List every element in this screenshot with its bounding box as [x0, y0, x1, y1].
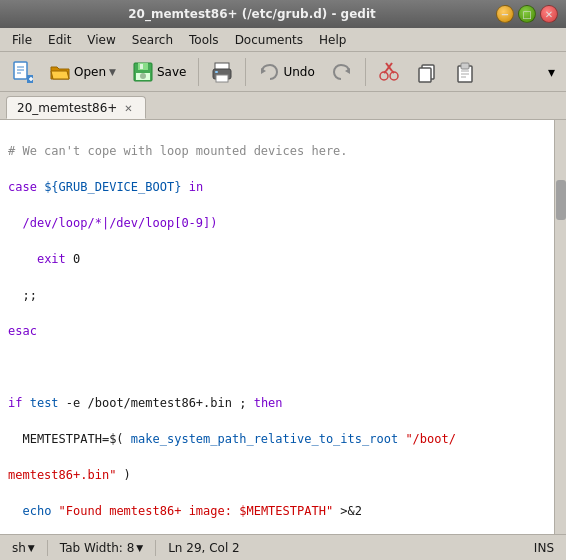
toolbar-more-button[interactable]: ▾ [541, 60, 562, 84]
new-icon [11, 61, 33, 83]
copy-icon [416, 61, 438, 83]
insert-mode: INS [530, 541, 558, 555]
menu-tools[interactable]: Tools [181, 31, 227, 49]
copy-button[interactable] [409, 57, 445, 87]
paste-button[interactable] [447, 57, 483, 87]
save-label: Save [157, 65, 186, 79]
maximize-button[interactable]: □ [518, 5, 536, 23]
menu-edit[interactable]: Edit [40, 31, 79, 49]
svg-rect-25 [419, 68, 431, 82]
save-icon [132, 61, 154, 83]
tab-label: 20_memtest86+ [17, 101, 117, 115]
close-button[interactable]: ✕ [540, 5, 558, 23]
tab-width-label: Tab Width: 8 [60, 541, 134, 555]
window-title: 20_memtest86+ (/etc/grub.d) - gedit [8, 7, 496, 21]
menu-documents[interactable]: Documents [227, 31, 311, 49]
language-dropdown-arrow[interactable]: ▼ [28, 543, 35, 553]
toolbar: Open ▼ Save [0, 52, 566, 92]
svg-rect-27 [461, 63, 469, 69]
svg-point-11 [140, 73, 146, 79]
position-label: Ln 29, Col 2 [168, 541, 240, 555]
menu-file[interactable]: File [4, 31, 40, 49]
print-icon [211, 61, 233, 83]
tab-memtest[interactable]: 20_memtest86+ ✕ [6, 96, 146, 119]
svg-point-20 [380, 72, 388, 80]
cut-button[interactable] [371, 57, 407, 87]
menu-help[interactable]: Help [311, 31, 354, 49]
statusbar: sh ▼ Tab Width: 8 ▼ Ln 29, Col 2 INS [0, 534, 566, 560]
undo-icon [258, 61, 280, 83]
svg-rect-14 [216, 75, 228, 82]
language-label: sh [12, 541, 26, 555]
tab-width-selector[interactable]: Tab Width: 8 ▼ [56, 541, 147, 555]
tab-width-dropdown-arrow[interactable]: ▼ [136, 543, 143, 553]
redo-icon [331, 61, 353, 83]
editor-area: # We can't cope with loop mounted device… [0, 120, 566, 534]
undo-button[interactable]: Undo [251, 57, 321, 87]
window-controls: − □ ✕ [496, 5, 558, 23]
print-button[interactable] [204, 57, 240, 87]
vertical-scrollbar[interactable] [554, 120, 566, 534]
save-button[interactable]: Save [125, 57, 193, 87]
menu-search[interactable]: Search [124, 31, 181, 49]
more-icon: ▾ [548, 64, 555, 80]
menubar: File Edit View Search Tools Documents He… [0, 28, 566, 52]
status-separator-2 [155, 540, 156, 556]
open-label: Open [74, 65, 106, 79]
svg-point-21 [390, 72, 398, 80]
tabbar: 20_memtest86+ ✕ [0, 92, 566, 120]
status-separator-1 [47, 540, 48, 556]
svg-rect-15 [215, 71, 218, 73]
toolbar-separator-3 [365, 58, 366, 86]
tab-close-button[interactable]: ✕ [121, 101, 135, 115]
language-selector[interactable]: sh ▼ [8, 541, 39, 555]
new-button[interactable] [4, 57, 40, 87]
paste-icon [454, 61, 476, 83]
editor-content[interactable]: # We can't cope with loop mounted device… [0, 120, 554, 534]
undo-label: Undo [283, 65, 314, 79]
svg-line-22 [384, 71, 386, 73]
svg-rect-9 [140, 64, 143, 69]
open-button[interactable]: Open ▼ [42, 57, 123, 87]
titlebar: 20_memtest86+ (/etc/grub.d) - gedit − □ … [0, 0, 566, 28]
minimize-button[interactable]: − [496, 5, 514, 23]
toolbar-separator-2 [245, 58, 246, 86]
open-icon [49, 61, 71, 83]
menu-view[interactable]: View [79, 31, 123, 49]
redo-button[interactable] [324, 57, 360, 87]
scroll-thumb[interactable] [556, 180, 566, 220]
cut-icon [378, 61, 400, 83]
cursor-position: Ln 29, Col 2 [164, 541, 244, 555]
open-dropdown-arrow[interactable]: ▼ [109, 67, 116, 77]
svg-line-23 [392, 71, 394, 73]
mode-label: INS [534, 541, 554, 555]
toolbar-separator-1 [198, 58, 199, 86]
